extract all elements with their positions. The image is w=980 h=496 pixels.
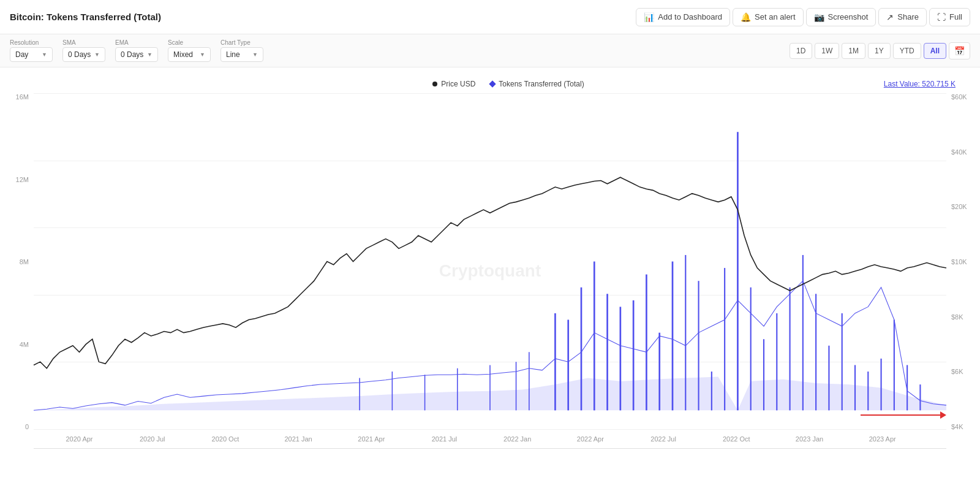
legend-price-usd: Price USD — [432, 80, 475, 88]
alert-icon: 🔔 — [741, 12, 751, 22]
chevron-down-icon: ▼ — [42, 52, 47, 58]
page-title: Bitcoin: Tokens Transferred (Total) — [10, 12, 161, 22]
page-header: Bitcoin: Tokens Transferred (Total) 📊 Ad… — [0, 0, 980, 34]
time-all-button[interactable]: All — [924, 43, 946, 59]
tokens-transferred-diamond — [489, 80, 496, 87]
price-usd-dot — [432, 82, 437, 86]
x-label: 2023 Jan — [796, 435, 823, 443]
y-axis-right: $60K $40K $20K $10K $8K $6K $4K — [946, 93, 980, 449]
time-1m-button[interactable]: 1M — [842, 43, 865, 59]
set-alert-button[interactable]: 🔔 Set an alert — [733, 8, 804, 26]
add-dashboard-button[interactable]: 📊 Add to Dashboard — [636, 8, 730, 26]
screenshot-button[interactable]: 📷 Screenshot — [806, 8, 876, 26]
chevron-down-icon: ▼ — [252, 52, 258, 58]
dashboard-icon: 📊 — [644, 12, 654, 22]
red-arrow-head — [940, 411, 946, 419]
y-axis-left: 16M 12M 8M 4M 0 — [0, 93, 34, 449]
x-axis: 2020 Apr 2020 Jul 2020 Oct 2021 Jan 2021… — [34, 430, 946, 448]
chevron-down-icon: ▼ — [147, 52, 153, 58]
chart-svg — [34, 93, 946, 430]
chart-inner: Cryptoquant — [34, 93, 946, 449]
resolution-control: Resolution Day ▼ — [10, 39, 53, 62]
toolbar-controls: Resolution Day ▼ SMA 0 Days ▼ EMA 0 Days… — [10, 39, 263, 62]
legend-tokens-transferred: Tokens Transferred (Total) — [490, 80, 584, 88]
x-label: 2021 Jan — [284, 435, 312, 443]
sma-select[interactable]: 0 Days ▼ — [62, 47, 105, 62]
red-arrow-line — [861, 414, 940, 416]
camera-icon: 📷 — [814, 12, 824, 22]
chart-toolbar: Resolution Day ▼ SMA 0 Days ▼ EMA 0 Days… — [0, 34, 980, 67]
x-label: 2021 Jul — [432, 435, 458, 443]
fullscreen-icon: ⛶ — [937, 12, 946, 22]
x-label: 2022 Apr — [577, 435, 604, 443]
time-1w-button[interactable]: 1W — [815, 43, 839, 59]
ema-control: EMA 0 Days ▼ — [115, 39, 158, 62]
x-label: 2022 Jan — [503, 435, 531, 443]
chart-type-select[interactable]: Line ▼ — [221, 47, 263, 62]
sma-control: SMA 0 Days ▼ — [62, 39, 105, 62]
chart-container: Price USD Tokens Transferred (Total) Las… — [0, 67, 980, 449]
share-button[interactable]: ↗ Share — [878, 8, 927, 26]
time-1y-button[interactable]: 1Y — [868, 43, 891, 59]
chart-body: 16M 12M 8M 4M 0 Cryptoquant — [0, 93, 980, 449]
full-button[interactable]: ⛶ Full — [929, 8, 970, 26]
x-label: 2022 Jul — [650, 435, 676, 443]
chart-type-control: Chart Type Line ▼ — [221, 39, 263, 62]
ema-select[interactable]: 0 Days ▼ — [115, 47, 158, 62]
x-label: 2022 Oct — [723, 435, 750, 443]
x-label: 2023 Apr — [869, 435, 896, 443]
chevron-down-icon: ▼ — [200, 52, 205, 58]
header-actions: 📊 Add to Dashboard 🔔 Set an alert 📷 Scre… — [636, 8, 970, 26]
scale-control: Scale Mixed ▼ — [168, 39, 211, 62]
x-label: 2021 Apr — [358, 435, 385, 443]
scale-select[interactable]: Mixed ▼ — [168, 47, 211, 62]
x-label: 2020 Oct — [212, 435, 239, 443]
resolution-select[interactable]: Day ▼ — [10, 47, 53, 62]
red-arrow-annotation — [861, 411, 946, 419]
calendar-button[interactable]: 📅 — [949, 42, 970, 59]
x-label: 2020 Jul — [140, 435, 165, 443]
x-label: 2020 Apr — [66, 435, 92, 443]
time-ytd-button[interactable]: YTD — [893, 43, 921, 59]
chart-legend: Price USD Tokens Transferred (Total) Las… — [0, 77, 980, 93]
last-value-label[interactable]: Last Value: 520.715 K — [884, 80, 956, 88]
chevron-down-icon: ▼ — [94, 52, 100, 58]
time-1d-button[interactable]: 1D — [790, 43, 812, 59]
time-buttons: 1D 1W 1M 1Y YTD All 📅 — [790, 42, 970, 59]
share-icon: ↗ — [886, 12, 894, 22]
